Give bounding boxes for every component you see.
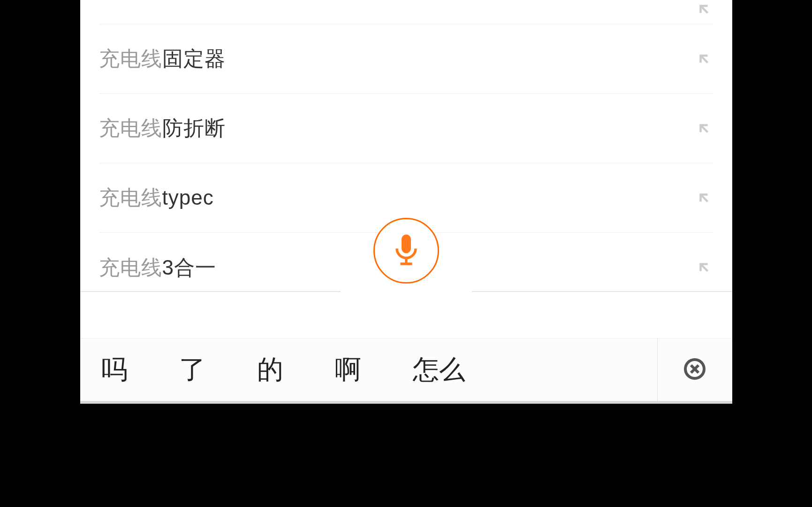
- suggestion-suffix: 3合一: [162, 256, 216, 279]
- microphone-icon: [392, 233, 420, 269]
- suggestion-text: 充电线3合一: [99, 254, 216, 282]
- suggestion-item[interactable]: 充电线: [99, 0, 713, 24]
- candidate-word[interactable]: 了: [179, 352, 205, 388]
- svg-rect-0: [402, 235, 411, 254]
- suggestion-prefix: 充电线: [99, 186, 162, 209]
- close-candidates-button[interactable]: [657, 338, 732, 401]
- suggestion-suffix: typec: [162, 186, 214, 209]
- candidate-word[interactable]: 啊: [335, 352, 361, 388]
- suggestion-text: 充电线防折断: [99, 115, 226, 142]
- suggestion-suffix: 防折断: [162, 116, 226, 139]
- suggestion-suffix: 固定器: [162, 47, 226, 70]
- arrow-up-left-icon[interactable]: [695, 258, 713, 277]
- suggestion-prefix: 充电线: [99, 116, 162, 139]
- voice-search-button[interactable]: [373, 218, 439, 284]
- app-container: 充电线 充电线固定器 充电线防折断 充电线typec: [80, 0, 732, 404]
- arrow-up-left-icon[interactable]: [695, 189, 713, 207]
- arrow-up-left-icon[interactable]: [695, 119, 713, 138]
- candidate-row: 吗 了 的 啊 怎么: [80, 338, 732, 401]
- arrow-up-left-icon[interactable]: [695, 0, 713, 19]
- bottom-strip: [80, 401, 732, 404]
- suggestion-prefix: 充电线: [99, 256, 162, 279]
- suggestion-item[interactable]: 充电线防折断: [99, 94, 713, 163]
- suggestion-text: 充电线固定器: [99, 45, 226, 73]
- suggestion-text: 充电线typec: [99, 184, 214, 212]
- candidate-word[interactable]: 的: [257, 352, 283, 388]
- candidate-word[interactable]: 吗: [101, 352, 128, 388]
- arrow-up-left-icon[interactable]: [695, 50, 713, 69]
- candidates: 吗 了 的 啊 怎么: [80, 352, 657, 388]
- keyboard-spacer: [80, 292, 732, 338]
- suggestion-prefix: 充电线: [99, 47, 162, 70]
- candidate-word[interactable]: 怎么: [413, 352, 465, 388]
- keyboard-bar: 吗 了 的 啊 怎么: [80, 291, 732, 404]
- close-circle-icon: [683, 358, 706, 382]
- suggestion-item[interactable]: 充电线固定器: [99, 24, 713, 94]
